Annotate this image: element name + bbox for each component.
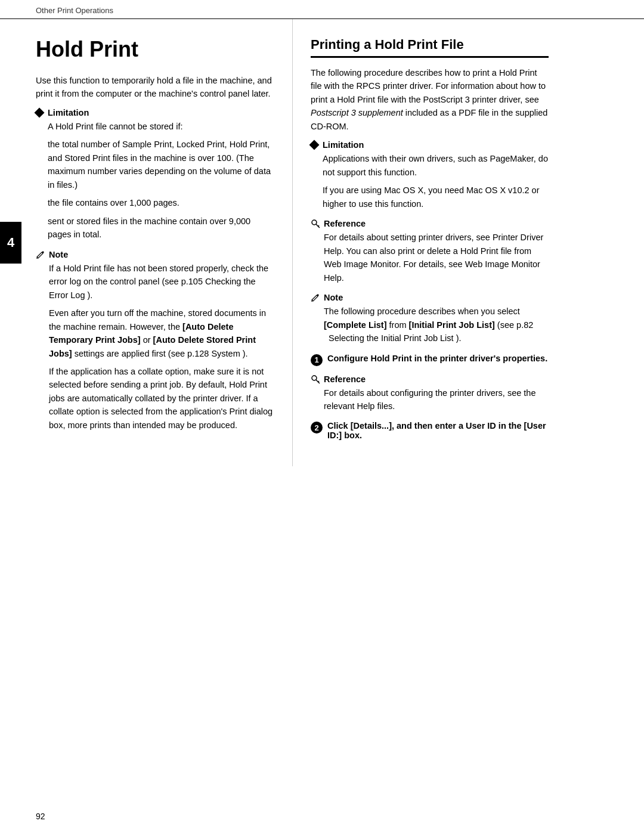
reference-p1: For details about setting printer driver… [324, 231, 549, 284]
step-2-number: 2 [311, 422, 323, 433]
right-limitation-body: Applications with their own drivers, suc… [311, 152, 549, 210]
note-body-left: If a Hold Print file has not been stored… [36, 262, 274, 432]
header-text: Other Print Operations [36, 6, 113, 15]
right-limitation-block: Limitation Applications with their own d… [311, 140, 549, 210]
pencil-icon-right [311, 293, 320, 302]
step-2-text: Click [Details...], and then enter a Use… [327, 421, 549, 440]
left-column: 4 Hold Print Use this function to tempor… [0, 19, 292, 466]
page-number: 92 [36, 812, 45, 821]
note-para-3: If the application has a collate option,… [49, 365, 274, 432]
step-1-header: 1 Configure Hold Print in the printer dr… [311, 354, 549, 366]
reference-block-2: Reference For details about configuring … [311, 374, 549, 413]
pencil-icon [36, 250, 45, 259]
limitation-body: A Hold Print file cannot be stored if: t… [36, 120, 274, 241]
note-header-left: Note [36, 250, 274, 259]
reference-body-2: For details about configuring the printe… [311, 386, 549, 413]
right-limitation-p2: If you are using Mac OS X, you need Mac … [323, 184, 549, 210]
intro-text: Use this function to temporarily hold a … [36, 74, 274, 101]
right-column: Printing a Hold Print File The following… [292, 19, 584, 466]
reference-header-1: Reference [311, 219, 549, 228]
limitation-block: Limitation A Hold Print file cannot be s… [36, 108, 274, 241]
right-limitation-header: Limitation [311, 140, 549, 150]
key-icon-2 [311, 374, 320, 384]
right-limitation-p1: Applications with their own drivers, suc… [323, 152, 549, 179]
note-right-p1: The following procedure describes when y… [324, 305, 549, 345]
svg-point-3 [312, 376, 317, 380]
note-block-left: Note If a Hold Print file has not been s… [36, 250, 274, 432]
step-2-block: 2 Click [Details...], and then enter a U… [311, 421, 549, 440]
note-para-2: Even after you turn off the machine, sto… [49, 306, 274, 360]
step-1-number: 1 [311, 354, 323, 366]
page-content: 4 Hold Print Use this function to tempor… [0, 19, 644, 490]
note-header-right: Note [311, 293, 549, 302]
limitation-header: Limitation [36, 108, 274, 117]
reference-header-2: Reference [311, 374, 549, 384]
reference2-p1: For details about configuring the printe… [324, 386, 549, 413]
limitation-item-1: the total number of Sample Print, Locked… [48, 138, 274, 191]
note-body-right: The following procedure describes when y… [311, 305, 549, 345]
section-title: Printing a Hold Print File [311, 37, 549, 58]
chapter-tab: 4 [0, 222, 21, 264]
step-2-header: 2 Click [Details...], and then enter a U… [311, 421, 549, 440]
reference-body-1: For details about setting printer driver… [311, 231, 549, 284]
diamond-icon [35, 107, 45, 117]
diamond-icon-right [309, 140, 320, 150]
key-icon-1 [311, 219, 320, 228]
note-para-1: If a Hold Print file has not been stored… [49, 262, 274, 302]
step-1-text: Configure Hold Print in the printer driv… [327, 354, 547, 363]
limitation-item-2: the file contains over 1,000 pages. [48, 196, 274, 209]
limitation-item-3: sent or stored files in the machine cont… [48, 215, 274, 241]
reference-block-1: Reference For details about setting prin… [311, 219, 549, 284]
page-header: Other Print Operations [0, 0, 644, 19]
note-block-right: Note The following procedure describes w… [311, 293, 549, 345]
page-title: Hold Print [36, 37, 274, 62]
right-intro-text: The following procedure describes how to… [311, 66, 549, 133]
svg-point-0 [312, 220, 317, 225]
step-1-block: 1 Configure Hold Print in the printer dr… [311, 354, 549, 366]
